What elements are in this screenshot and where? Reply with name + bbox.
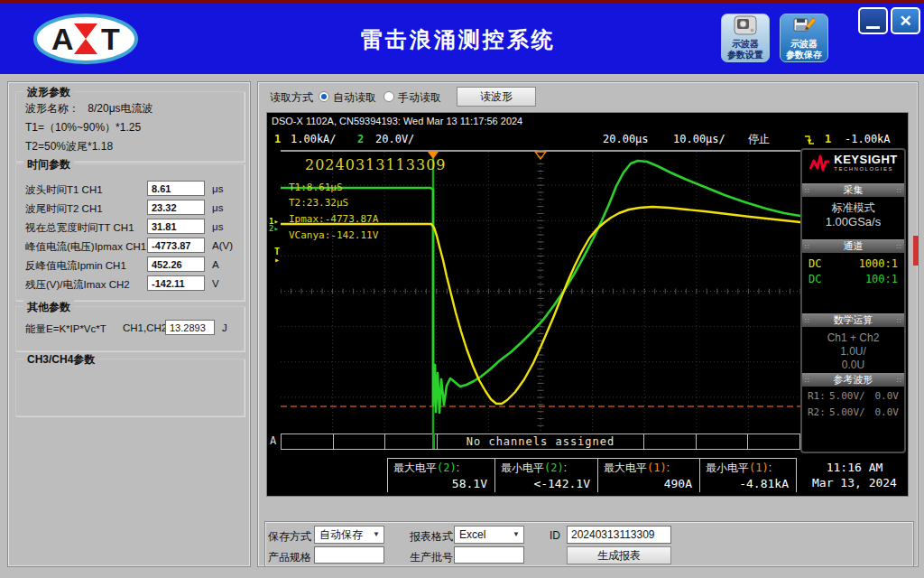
time-param-group: 时间参数 波头时间T1 CH1 μs 波尾时间T2 CH1 μs 视在总宽度时间… [15,163,245,301]
scope-save-label-2: 参数保存 [786,50,822,61]
math-scale: 1.0U/ [802,345,904,358]
save-mode-dropdown[interactable]: 自动保存 ▼ [314,526,384,544]
waveform-name-value: 8/20μs电流波 [88,102,152,115]
ref-section-header: 参考波形 [802,373,904,387]
ch2-ground-marker: 2▸ [269,225,279,233]
tt-value-field[interactable] [147,219,205,234]
param-label: 反峰值电流Ipmin CH1 [25,259,126,273]
logo-letter-t: T [101,22,120,56]
chevron-down-icon: ▼ [373,527,380,543]
trigger-line-segment [432,434,435,449]
generate-report-button[interactable]: 生成报表 [567,546,671,564]
manual-read-radio[interactable] [383,91,394,102]
energy-row: 能量E=K*IP*Vc*T CH1,CH2 J [25,320,242,338]
measurement-cell: 最大电平(1): 490A [597,458,699,492]
close-button[interactable]: ✕ [891,7,920,34]
param-unit: μs [212,202,223,213]
acquire-section-header: 采集 [802,183,904,197]
minimize-icon [866,26,880,29]
param-unit: μs [212,183,223,194]
id-label: ID [550,529,560,542]
auto-read-label: 自动读取 [333,90,376,106]
t2-value-field[interactable] [147,200,205,215]
scope-save-label-1: 示波器 [790,39,818,50]
math-source: Ch1 + Ch2 [802,331,904,344]
report-format-dropdown[interactable]: Excel ▼ [454,526,524,544]
t1-value-field[interactable] [147,181,205,196]
ch1-number: 1 [274,132,281,147]
param-row-t1: 波头时间T1 CH1 μs [25,181,242,199]
close-icon: ✕ [899,12,911,31]
chevron-down-icon: ▼ [513,527,520,543]
ipmax-value-field[interactable] [147,238,205,253]
scope-time: 11:16 AM [806,460,903,475]
other-param-group: 其他参数 能量E=K*IP*Vc*T CH1,CH2 J [15,306,245,351]
ref1-row: R1: 5.00V/ 0.0V [802,390,904,403]
energy-channels: CH1,CH2 [123,322,167,333]
t1-formula: T1=（10%~90%）*1.25 [25,120,141,135]
scope-sidebar: KEYSIGHT TECHNOLOGIES 采集 标准模式 1.00GSa/s … [800,148,906,453]
energy-formula: 能量E=K*IP*Vc*T [25,322,106,336]
scope-settings-button[interactable]: 示波器 参数设置 [721,14,770,62]
param-label: 残压(V)/电流Imax CH2 [25,278,130,292]
param-row-t2: 波尾时间T2 CH1 μs [25,200,242,218]
save-mode-value: 自动保存 [319,528,363,541]
math-offset: 0.0U [802,359,904,371]
energy-value-field[interactable] [165,320,215,335]
measurement-value: 490A [664,477,692,490]
ipmin-value-field[interactable] [147,256,205,272]
scope-save-button[interactable]: 示波器 参数保存 [780,14,828,62]
measurement-bar: 最大电平(2): 58.1V 最小电平(2): <-142.1V 最大电平(1)… [267,454,908,496]
ipmax-annotation: Ipmax:-4773.87A [289,213,378,225]
ch1-scale: 1.00kA/ [291,132,337,147]
parameter-panel: 波形参数 波形名称： 8/20μs电流波 T1=（10%~90%）*1.25 T… [7,81,251,567]
waveform-param-group: 波形参数 波形名称： 8/20μs电流波 T1=（10%~90%）*1.25 T… [15,91,245,162]
math-section-header: 数学运算 [802,313,904,327]
product-spec-input[interactable] [314,546,384,564]
keysight-logo: KEYSIGHT TECHNOLOGIES [802,154,904,172]
measurement-cell: 最小电平(2): <-142.1V [494,458,597,492]
no-channels-message: No channels assigned [457,434,624,449]
ch2-scale: 20.0V/ [375,132,414,147]
sample-rate: 1.00GSa/s [802,215,904,228]
imax-value-field[interactable] [147,275,205,291]
ch34-param-group: CH3/CH4参数 [15,359,245,416]
scope-settings-label-2: 参数设置 [727,50,763,61]
trigger-level-marker: T▸ [274,247,280,264]
param-label: 波头时间T1 CH1 [25,183,103,197]
ch2-coupling-row: DC 100:1 [802,273,904,286]
save-mode-label: 保存方式 [268,529,311,545]
scope-model-line: DSO-X 1102A, CN59394193: Wed Mar 13 11:1… [272,116,522,126]
measurement-value: <-142.1V [533,477,590,490]
batch-input[interactable] [454,546,524,564]
report-bar: 保存方式 自动保存 ▼ 报表格式 Excel ▼ ID 产品规格 生产批号 生成… [264,521,914,567]
id-input[interactable] [567,526,671,544]
scope-settings-label-1: 示波器 [732,39,759,50]
minimize-button[interactable] [858,7,888,34]
keysight-brand-sub: TECHNOLOGIES [834,165,897,172]
title-bar: A T 雷击浪涌测控系统 示波器 参数设置 [0,0,924,74]
timebase-readout: 10.00μs/ [673,132,725,147]
batch-label: 生产批号 [410,550,453,565]
param-unit: A [212,259,219,270]
vcanya-annotation: VCanya:-142.11V [289,229,378,241]
delay-readout: 20.00μs [603,132,649,147]
t2-annotation: T2:23.32μS [289,197,348,209]
trigger-channel: 1 [825,132,831,147]
scope-date: Mar 13, 2024 [806,475,903,490]
measurement-value: 58.1V [452,477,487,490]
oscilloscope-screen: DSO-X 1102A, CN59394193: Wed Mar 13 11:1… [266,112,909,497]
scope-clock: 11:16 AM Mar 13, 2024 [806,460,903,490]
trigger-level: -1.00kA [845,132,891,147]
other-group-title: 其他参数 [23,300,74,315]
read-waveform-button[interactable]: 读波形 [457,87,536,107]
report-format-label: 报表格式 [410,529,453,545]
read-mode-bar: 读取方式 自动读取 手动读取 读波形 [258,82,918,111]
param-label: 波尾时间T2 CH1 [25,202,103,216]
param-row-ipmax: 峰值电流(电压)Ipmax CH1 A(V) [25,238,242,256]
energy-unit: J [222,322,227,333]
measurement-cell: 最大电平(2): 58.1V [387,458,494,492]
product-spec-label: 产品规格 [268,550,311,565]
measurement-value: -4.81kA [739,477,789,490]
auto-read-radio[interactable] [319,91,329,102]
